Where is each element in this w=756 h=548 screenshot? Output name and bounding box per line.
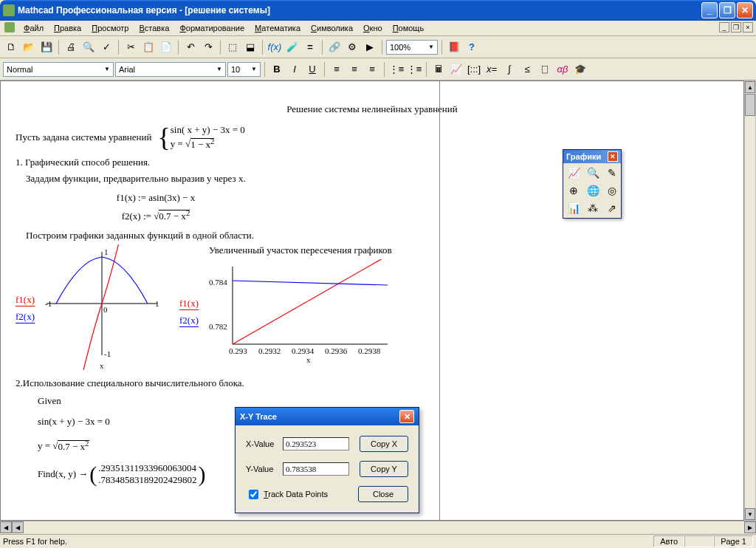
numbering-button[interactable]: ⋮≡ xyxy=(406,61,422,78)
redo-button[interactable]: ↷ xyxy=(200,39,216,55)
font-dropdown[interactable]: Arial▼ xyxy=(115,62,226,77)
trace-icon[interactable]: ✎ xyxy=(603,165,621,181)
symbolic-palette-button[interactable]: 🎓 xyxy=(572,61,588,78)
graph-palette[interactable]: Графики ✕ 📈 🔍 ✎ ⊕ 🌐 ◎ 📊 ⁂ ⇗ xyxy=(563,149,622,219)
close-button[interactable]: ✕ xyxy=(737,2,753,18)
mdi-close-button[interactable]: × xyxy=(743,22,753,32)
save-button[interactable]: 💾 xyxy=(38,39,55,55)
calculus-palette-button[interactable]: ∫ xyxy=(501,61,518,78)
polar-plot-icon[interactable]: ⊕ xyxy=(565,182,583,199)
horizontal-scrollbar[interactable]: ◀ ◀ ▶ xyxy=(0,521,756,534)
graph-palette-button[interactable]: 📈 xyxy=(448,61,464,78)
menu-window[interactable]: Окно xyxy=(359,22,387,34)
boolean-palette-button[interactable]: ≤ xyxy=(519,61,535,78)
bar-plot-icon[interactable]: 📊 xyxy=(565,200,583,216)
xy-plot-icon[interactable]: 📈 xyxy=(565,165,583,181)
svg-text:0.2932: 0.2932 xyxy=(258,346,281,355)
help-button[interactable]: ? xyxy=(464,39,480,55)
copy-button[interactable]: 📋 xyxy=(140,39,157,55)
xy-trace-dialog[interactable]: X-Y Trace ✕ X-Value Copy X Y-Value Copy … xyxy=(235,407,419,513)
xvalue-input[interactable] xyxy=(283,437,349,451)
section-1-title: 1. Графический способ решения. xyxy=(16,157,729,168)
align-down-button[interactable]: ⬓ xyxy=(242,39,258,55)
cut-button[interactable]: ✂ xyxy=(123,39,139,55)
bold-button[interactable]: B xyxy=(269,61,285,78)
insert-component-button[interactable]: ⚙ xyxy=(344,39,360,55)
insert-function-button[interactable]: f(x) xyxy=(267,39,283,55)
scroll-down-button[interactable]: ▼ xyxy=(745,508,755,520)
palette-close-button[interactable]: ✕ xyxy=(608,151,618,162)
scroll-left-button[interactable]: ◀ xyxy=(0,521,12,533)
matrix-palette-button[interactable]: [:::] xyxy=(466,61,482,78)
italic-button[interactable]: I xyxy=(286,61,303,78)
zoom-dropdown[interactable]: 100%▼ xyxy=(386,40,438,55)
print-button[interactable]: 🖨 xyxy=(63,39,79,55)
window-titlebar: Mathcad Профессиональная версия - [решен… xyxy=(0,0,756,21)
copy-x-button[interactable]: Copy X xyxy=(360,436,408,452)
doc-title: Решение системы нелинейных уравнений xyxy=(224,103,520,115)
dialog-header[interactable]: X-Y Trace ✕ xyxy=(236,408,419,425)
menu-edit[interactable]: Правка xyxy=(49,22,86,34)
run-mathconnex-button[interactable]: ▶ xyxy=(362,39,378,55)
calculate-button[interactable]: = xyxy=(302,39,318,55)
paste-button[interactable]: 📄 xyxy=(158,39,174,55)
track-checkbox[interactable] xyxy=(249,490,258,499)
menu-insert[interactable]: Вставка xyxy=(134,22,173,34)
align-left-button[interactable]: ≡ xyxy=(329,61,345,78)
spellcheck-button[interactable]: ✓ xyxy=(98,39,114,55)
scroll-right-button[interactable]: ▶ xyxy=(744,521,756,533)
minimize-button[interactable]: _ xyxy=(701,2,718,18)
vector-plot-icon[interactable]: ⇗ xyxy=(603,200,621,216)
contour-plot-icon[interactable]: ◎ xyxy=(603,182,621,199)
fontsize-dropdown[interactable]: 10▼ xyxy=(227,62,261,77)
greek-palette-button[interactable]: αβ xyxy=(554,61,571,78)
underline-button[interactable]: U xyxy=(304,61,320,78)
zoom-icon[interactable]: 🔍 xyxy=(584,165,602,181)
calculator-palette-button[interactable]: 🖩 xyxy=(430,61,447,78)
maximize-button[interactable]: ❐ xyxy=(719,2,735,18)
status-blank xyxy=(684,535,714,547)
preview-button[interactable]: 🔍 xyxy=(80,39,97,55)
chart-2[interactable]: 0.784 0.782 0.2930.29320.29340.29360.293… xyxy=(203,259,395,366)
track-label[interactable]: TTrack Data Pointsrack Data Points xyxy=(264,490,328,499)
align-center-button[interactable]: ≡ xyxy=(346,61,362,78)
align-regions-button[interactable]: ⬚ xyxy=(224,39,241,55)
svg-line-17 xyxy=(233,281,388,285)
scroll-left2-button[interactable]: ◀ xyxy=(12,521,24,533)
evaluation-palette-button[interactable]: x= xyxy=(484,61,500,78)
svg-text:1: 1 xyxy=(155,299,159,308)
style-dropdown[interactable]: Normal▼ xyxy=(3,62,114,77)
dialog-close-button[interactable]: ✕ xyxy=(399,410,414,423)
surface-plot-icon[interactable]: 🌐 xyxy=(584,182,602,199)
vertical-scrollbar[interactable]: ▲ ▼ xyxy=(744,81,756,521)
scatter-plot-icon[interactable]: ⁂ xyxy=(584,200,602,216)
copy-y-button[interactable]: Copy Y xyxy=(360,461,408,477)
undo-button[interactable]: ↶ xyxy=(182,39,199,55)
open-button[interactable]: 📂 xyxy=(21,39,37,55)
scroll-thumb[interactable] xyxy=(745,94,755,116)
app-icon xyxy=(3,4,15,16)
chart2-xlabel: x xyxy=(306,355,311,363)
insert-unit-button[interactable]: 🧪 xyxy=(284,39,300,55)
menu-help[interactable]: Помощь xyxy=(388,22,429,34)
resource-center-button[interactable]: 📕 xyxy=(446,39,462,55)
mdi-minimize-button[interactable]: _ xyxy=(719,22,729,32)
yvalue-input[interactable] xyxy=(283,462,349,476)
status-auto: Авто xyxy=(653,535,684,547)
menu-symbolics[interactable]: Символика xyxy=(306,22,357,34)
align-right-button[interactable]: ≡ xyxy=(364,61,380,78)
new-button[interactable]: 🗋 xyxy=(3,39,19,55)
scroll-up-button[interactable]: ▲ xyxy=(745,81,755,93)
menu-format[interactable]: Форматирование xyxy=(175,22,249,34)
chart-1[interactable]: -11 1-1 0 x xyxy=(39,244,165,373)
mdi-restore-button[interactable]: ❐ xyxy=(731,22,741,32)
graph-palette-header[interactable]: Графики ✕ xyxy=(563,150,621,163)
menu-math[interactable]: Математика xyxy=(250,22,305,34)
bullets-button[interactable]: ⋮≡ xyxy=(388,61,405,78)
page-divider xyxy=(439,81,440,520)
dialog-close-dismiss-button[interactable]: Close xyxy=(358,486,408,502)
programming-palette-button[interactable]: ⎕ xyxy=(537,61,553,78)
menu-file[interactable]: Файл xyxy=(19,22,48,34)
menu-view[interactable]: Просмотр xyxy=(87,22,133,34)
insert-hyperlink-button[interactable]: 🔗 xyxy=(326,39,343,55)
